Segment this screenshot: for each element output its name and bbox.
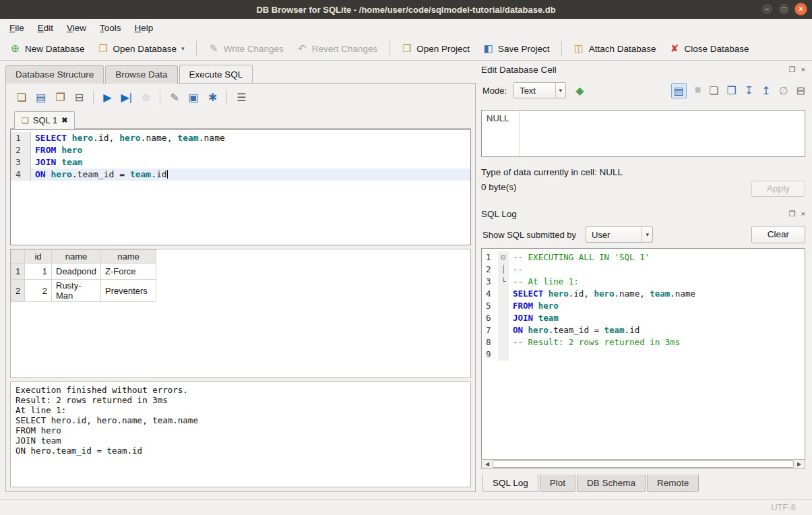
execute-all-icon[interactable]: ▶ [103, 91, 111, 104]
print-cell-icon[interactable]: ⊟ [797, 84, 805, 97]
new-database-button[interactable]: ⊕New Database [4, 39, 90, 58]
results-cell[interactable]: Z-Force [101, 264, 156, 280]
mode-select[interactable]: Text ▾ [513, 82, 566, 98]
menu-help[interactable]: Help [128, 20, 160, 36]
line-number: 1 [482, 251, 498, 264]
fold-column [498, 288, 509, 300]
copy-cell-icon[interactable]: ❐ [727, 84, 737, 97]
results-row: 22Rusty-ManPreventers [11, 280, 156, 302]
results-cell[interactable]: Deadpond [52, 264, 101, 280]
results-column-header[interactable]: id [25, 250, 52, 264]
import-cell-icon[interactable]: ↥ [761, 84, 770, 97]
toolbar-button-label: Open Project [416, 44, 470, 54]
results-cell[interactable]: Preventers [101, 280, 156, 302]
write-changes-button[interactable]: ✎Write Changes [203, 39, 289, 58]
save-sql-file-icon[interactable]: ▤ [36, 91, 46, 104]
query-history-icon[interactable]: ☰ [237, 91, 246, 104]
word-wrap-icon[interactable]: ≡ [695, 84, 701, 96]
sql-log-view[interactable]: 1⊟-- EXECUTING ALL IN 'SQL 1'2│--3└-- At… [481, 248, 805, 459]
cell-value-editor[interactable]: NULL [481, 110, 805, 157]
cell-editor-guide [519, 111, 520, 156]
fold-column: │ [498, 264, 509, 276]
horizontal-scrollbar[interactable]: ◀ ▶ [481, 459, 805, 469]
tab-database-structure[interactable]: Database Structure [5, 65, 104, 84]
code-text: FROM hero [509, 300, 559, 312]
edit-cell-toolbar: Mode: Text ▾ ◆▤≡❏❐↧↥∅⊟ [482, 80, 805, 100]
results-cell[interactable]: 2 [25, 280, 52, 302]
row-number-cell[interactable]: 2 [11, 280, 25, 302]
menu-file[interactable]: File [3, 20, 31, 36]
fold-collapse-icon[interactable]: ⊟ [498, 251, 509, 264]
tab-execute-sql[interactable]: Execute SQL [179, 65, 253, 83]
dock-tab-sql-log[interactable]: SQL Log [482, 475, 538, 492]
print-sql-icon[interactable]: ⊟ [75, 91, 84, 104]
find-replace-icon[interactable]: ✱ [208, 91, 217, 104]
open-project-button[interactable]: ❒Open Project [396, 39, 475, 58]
sql-editor[interactable]: 1SELECT hero.id, hero.name, team.name2FR… [10, 129, 471, 245]
sql-tab[interactable]: ❏ SQL 1 ✖ [14, 111, 75, 129]
dock-tab-plot[interactable]: Plot [540, 475, 575, 492]
attach-database-icon: ◫ [573, 42, 585, 55]
submitter-select[interactable]: User ▾ [586, 226, 653, 243]
revert-changes-button[interactable]: ↶Revert Changes [291, 39, 383, 58]
stop-execution-icon[interactable]: ⊗ [142, 91, 150, 104]
clear-log-button[interactable]: Clear [751, 226, 805, 243]
close-panel-icon[interactable]: × [801, 65, 805, 73]
dock-tab-db-schema[interactable]: DB Schema [577, 475, 646, 492]
export-cell-icon[interactable]: ↧ [745, 84, 753, 97]
open-project-icon: ❒ [401, 42, 412, 55]
open-in-editor-icon[interactable]: ❏ [709, 84, 718, 97]
format-sql-icon[interactable]: ▣ [189, 91, 199, 104]
code-line: 4ON hero.team_id = team.id [11, 169, 470, 181]
import-in-cell-icon[interactable]: ◆ [575, 84, 584, 97]
scroll-right-icon[interactable]: ▶ [794, 461, 805, 467]
scrollbar-thumb[interactable] [493, 460, 794, 468]
menubar: FileEditViewToolsHelp [0, 19, 812, 37]
toolbar-separator [226, 90, 227, 104]
float-panel-icon[interactable]: ❐ [789, 65, 796, 74]
cell-value: NULL [487, 113, 509, 123]
execution-output: Execution finished without errors. Resul… [10, 382, 471, 487]
left-column: Database StructureBrowse DataExecute SQL… [0, 61, 476, 499]
line-number: 3 [11, 156, 31, 169]
write-changes-icon: ✎ [208, 42, 220, 55]
scroll-left-icon[interactable]: ◀ [482, 461, 493, 467]
open-database-button[interactable]: ❒Open Database▾ [92, 39, 190, 58]
set-null-icon[interactable]: ∅ [779, 84, 788, 97]
attach-database-button[interactable]: ◫Attach Database [568, 39, 662, 58]
results-cell[interactable]: 1 [25, 264, 52, 280]
results-column-header[interactable]: name [101, 250, 156, 264]
window-title: DB Browser for SQLite - /home/user/code/… [256, 5, 555, 15]
sql-log-header: SQL Log ❐ × [481, 206, 805, 221]
results-row: 11DeadpondZ-Force [11, 264, 156, 280]
close-panel-icon[interactable]: × [801, 210, 805, 218]
toolbar-button-label: New Database [25, 44, 85, 54]
execute-line-icon[interactable]: ▶| [121, 91, 132, 104]
dock-tab-remote[interactable]: Remote [647, 475, 699, 492]
minimize-button[interactable]: − [761, 3, 774, 16]
tab-browse-data[interactable]: Browse Data [105, 65, 177, 84]
results-column-header[interactable]: name [52, 250, 101, 264]
menu-edit[interactable]: Edit [31, 20, 60, 36]
line-number: 6 [482, 312, 498, 324]
save-project-button[interactable]: ◧Save Project [477, 39, 555, 58]
edit-sql-icon[interactable]: ✎ [170, 91, 179, 104]
close-tab-icon[interactable]: ✖ [61, 116, 67, 125]
open-sql-file-icon[interactable]: ❏ [17, 91, 26, 104]
close-window-button[interactable]: × [794, 3, 807, 16]
text-mode-icon[interactable]: ▤ [671, 83, 687, 98]
dock-tab-bar: SQL LogPlotDB SchemaRemote [481, 475, 805, 492]
float-panel-icon[interactable]: ❐ [789, 210, 796, 218]
fold-column [498, 349, 509, 361]
results-cell[interactable]: Rusty-Man [52, 280, 101, 302]
close-database-button[interactable]: ✘Close Database [663, 39, 754, 58]
apply-button[interactable]: Apply [751, 181, 805, 197]
code-text: SELECT hero.id, hero.name, team.name [31, 132, 225, 144]
maximize-button[interactable]: □ [778, 3, 790, 16]
menu-tools[interactable]: Tools [93, 20, 128, 36]
toolbar-button-label: Revert Changes [312, 44, 378, 54]
row-number-cell[interactable]: 1 [11, 264, 25, 280]
open-sql-tab-icon[interactable]: ❐ [55, 91, 65, 104]
dropdown-arrow-icon[interactable]: ▾ [181, 45, 185, 52]
menu-view[interactable]: View [60, 20, 93, 36]
